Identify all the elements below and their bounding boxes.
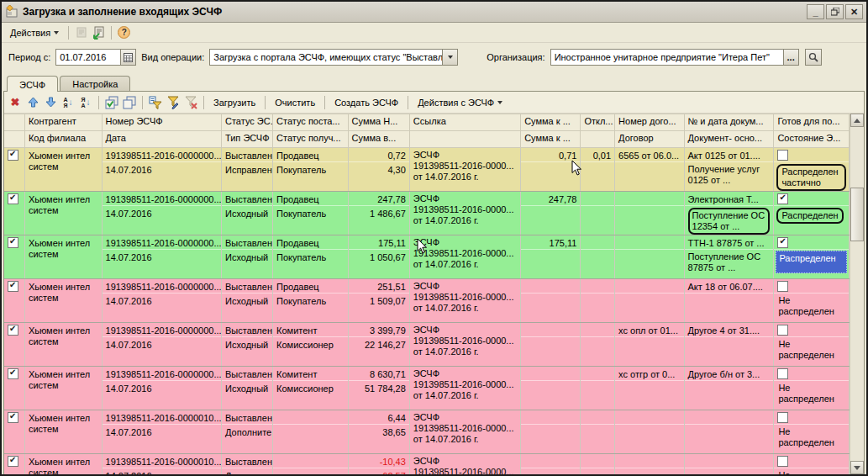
clear-filter-icon[interactable] xyxy=(183,95,198,110)
table-row[interactable]: Хьюмен интел систем 191398511-2016-00000… xyxy=(4,367,850,410)
output-list-icon[interactable] xyxy=(92,26,105,40)
ellipsis-button[interactable]: ... xyxy=(783,50,798,65)
table-row[interactable]: Хьюмен интел систем 191398511-2016-00000… xyxy=(4,410,850,454)
table-row[interactable]: Хьюмен интел систем 191398511-2016-00000… xyxy=(4,454,850,475)
header-receiver-status[interactable]: Статус получ... xyxy=(273,131,349,148)
table-row[interactable]: Хьюмен интел систем 191398511-2016-00000… xyxy=(4,235,850,279)
header-status[interactable]: Статус ЭС... xyxy=(221,114,272,131)
tab-settings[interactable]: Настройка xyxy=(60,76,130,91)
check-all-icon[interactable] xyxy=(104,95,119,110)
cell-date: 14.07.2016 xyxy=(103,250,221,264)
clear-button[interactable]: Очистить xyxy=(271,96,319,109)
header-contragent[interactable]: Контрагент xyxy=(24,114,102,131)
header-contract-number[interactable]: Номер дого... xyxy=(615,114,684,131)
app-window: Загрузка и заполнение входящих ЭСЧФ _ ✕ … xyxy=(0,0,868,476)
ready-checkbox[interactable] xyxy=(777,150,788,161)
calendar-icon[interactable] xyxy=(120,50,135,65)
header-checkbox-2[interactable] xyxy=(4,131,24,148)
header-doc-number[interactable]: № и дата докум... xyxy=(684,114,774,131)
row-select-checkbox[interactable] xyxy=(8,193,18,204)
row-select-checkbox[interactable] xyxy=(8,368,18,379)
header-link[interactable]: Ссылка xyxy=(409,114,520,131)
cell-link-line1: ЭСЧФ xyxy=(410,454,520,467)
header-checkbox[interactable] xyxy=(4,114,24,131)
operation-select[interactable]: Загрузка с портала ЭСЧФ, имеющих статус … xyxy=(209,49,458,66)
table-row[interactable]: Хьюмен интел систем 191398511-2016-00000… xyxy=(4,192,850,235)
header-sum-k[interactable]: Сумма к ... xyxy=(521,114,581,131)
load-button[interactable]: Загрузить xyxy=(209,96,260,109)
window-controls: _ ✕ xyxy=(807,4,863,19)
cell-status: Выставлен xyxy=(222,454,272,468)
restore-button[interactable] xyxy=(826,4,844,19)
filter-settings-icon[interactable] xyxy=(166,95,181,110)
delete-icon[interactable]: ✖ xyxy=(8,95,23,110)
header-deviation[interactable]: Откл... xyxy=(581,114,615,131)
help-icon[interactable]: ? xyxy=(118,26,130,39)
actions-eschf-menu[interactable]: Действия с ЭСЧФ xyxy=(413,96,507,109)
row-select-checkbox[interactable] xyxy=(8,412,18,423)
tab-strip: ЭСЧФ Настройка xyxy=(2,71,866,91)
row-select-checkbox[interactable] xyxy=(8,325,18,336)
header-type[interactable]: Тип ЭСЧФ xyxy=(221,131,272,148)
filter-by-value-icon[interactable] xyxy=(148,95,163,110)
ready-checkbox[interactable] xyxy=(777,456,788,467)
row-select-checkbox[interactable] xyxy=(8,150,18,161)
cell-link-line3: от 14.07.2016 г. xyxy=(410,172,520,182)
ready-checkbox[interactable] xyxy=(777,281,788,292)
scrollbar-thumb[interactable] xyxy=(850,188,864,241)
table-row[interactable]: Хьюмен интел систем 191398511-2016-00000… xyxy=(4,279,850,323)
cell-contract xyxy=(615,279,683,294)
period-input[interactable]: 01.07.2016 xyxy=(55,49,136,66)
header-state[interactable]: Состояние Э... xyxy=(774,131,850,148)
org-input[interactable]: Иностранное унитарное предприятие "Итера… xyxy=(550,49,799,66)
header-number[interactable]: Номер ЭСЧФ xyxy=(102,114,221,131)
actions-menu[interactable]: Действия xyxy=(7,26,62,40)
row-select-checkbox[interactable] xyxy=(8,237,18,248)
header-deviation-2[interactable] xyxy=(581,131,615,148)
close-button[interactable]: ✕ xyxy=(845,4,863,19)
ready-checkbox[interactable] xyxy=(777,325,788,336)
uncheck-all-icon[interactable] xyxy=(122,95,137,110)
tab-eschf[interactable]: ЭСЧФ xyxy=(7,76,58,92)
separator xyxy=(265,96,266,109)
operation-label: Вид операции: xyxy=(141,52,204,62)
header-contract[interactable]: Договор xyxy=(615,131,684,148)
chevron-down-icon xyxy=(497,101,502,104)
header-ready[interactable]: Готов для по... xyxy=(774,114,850,131)
scroll-up-button[interactable] xyxy=(850,114,864,127)
ready-checkbox[interactable] xyxy=(777,193,788,204)
ready-checkbox[interactable] xyxy=(777,368,788,379)
header-link-2[interactable] xyxy=(409,131,520,148)
header-sum-nds[interactable]: Сумма Н... xyxy=(348,114,409,131)
sort-desc-icon[interactable]: ЯА ↓ xyxy=(78,95,93,110)
header-sum-k-2[interactable]: Сумма к ... xyxy=(521,131,581,148)
magnifier-icon[interactable] xyxy=(805,49,822,66)
header-branch-code[interactable]: Код филиала xyxy=(24,131,102,148)
create-eschf-button[interactable]: Создать ЭСЧФ xyxy=(330,96,402,109)
cell-link-line3: от 14.07.2016 г. xyxy=(410,303,520,314)
header-sum-total[interactable]: Сумма в... xyxy=(348,131,409,148)
dropdown-icon[interactable] xyxy=(442,50,457,65)
move-up-icon[interactable] xyxy=(25,95,40,110)
cell-supplier: Комитент xyxy=(273,367,348,381)
row-select-checkbox[interactable] xyxy=(8,456,18,467)
header-doc-base[interactable]: Документ- осно... xyxy=(684,131,774,148)
scroll-down-button[interactable] xyxy=(850,461,864,474)
minimize-button[interactable]: _ xyxy=(807,4,824,19)
header-date[interactable]: Дата xyxy=(102,131,221,148)
cell-contragent: Хьюмен интел систем xyxy=(25,148,102,172)
table-row[interactable]: Хьюмен интел систем 191398511-2016-00000… xyxy=(4,148,850,192)
header-supplier-status[interactable]: Статус поста... xyxy=(273,114,349,131)
ready-checkbox[interactable] xyxy=(777,412,788,423)
cell-receiver xyxy=(273,468,348,469)
cell-link-line3: от 14.07.2016 г. xyxy=(410,346,520,357)
ready-checkbox[interactable] xyxy=(777,237,788,248)
sort-asc-icon[interactable]: АЯ ↓ xyxy=(60,95,76,110)
row-select-checkbox[interactable] xyxy=(8,281,18,292)
table-row[interactable]: Хьюмен интел систем 191398511-2016-00000… xyxy=(4,323,850,367)
triangle-down-icon xyxy=(854,466,860,470)
move-down-icon[interactable] xyxy=(43,95,58,110)
cell-sum-k: 0,71 xyxy=(521,148,580,162)
vertical-scrollbar[interactable] xyxy=(850,114,864,474)
reread-icon[interactable] xyxy=(75,26,88,40)
